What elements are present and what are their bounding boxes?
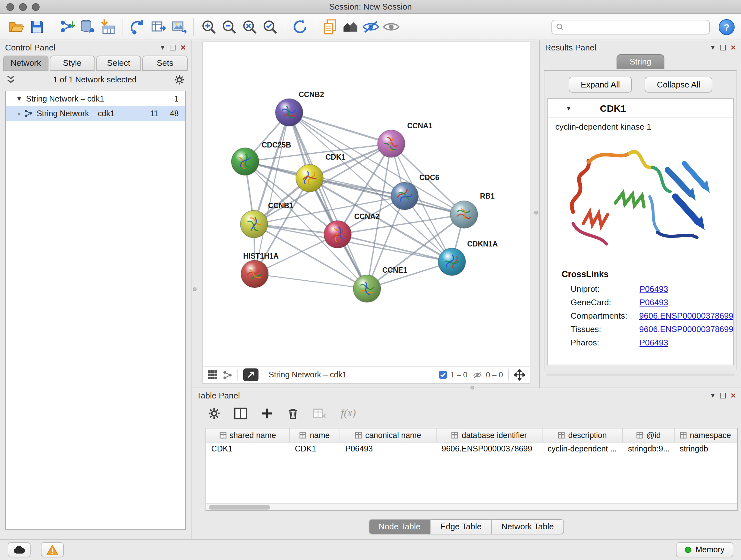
float-panel-icon[interactable]: [720, 44, 726, 50]
network-node-CDK1[interactable]: [296, 165, 323, 192]
export-table-button[interactable]: [148, 17, 169, 37]
table-row[interactable]: CDK1 CDK1 P06493 9606.ENSP00000378699 cy…: [206, 442, 737, 456]
function-builder-icon[interactable]: f(x): [341, 407, 356, 420]
collapse-all-button[interactable]: Collapse All: [645, 77, 713, 92]
network-edge-CCNB2-CCNE1[interactable]: [289, 112, 367, 289]
import-network-from-database-button[interactable]: [77, 17, 98, 37]
maximize-window-button[interactable]: [32, 3, 40, 11]
network-canvas[interactable]: CCNB2CCNA1CDC25BCDK1CDC6RB1CCNB1CCNA2CDK…: [202, 42, 530, 367]
bottom-splitter-handle[interactable]: [470, 386, 474, 389]
network-collection-row[interactable]: ▼ String Network – cdk1 1: [6, 91, 185, 106]
table-horizontal-scrollbar[interactable]: [206, 503, 737, 510]
tab-sets[interactable]: Sets: [143, 56, 188, 71]
show-columns-icon[interactable]: [234, 407, 247, 419]
close-panel-icon[interactable]: ×: [181, 43, 186, 52]
minimize-window-button[interactable]: [19, 3, 27, 11]
column-header[interactable]: name: [290, 428, 340, 442]
save-session-button[interactable]: [27, 17, 47, 37]
expand-all-button[interactable]: Expand All: [569, 77, 632, 92]
hide-selected-button[interactable]: [360, 17, 381, 37]
right-splitter-handle[interactable]: [534, 211, 538, 214]
network-node-RB1[interactable]: [450, 201, 478, 228]
memory-button[interactable]: Memory: [676, 542, 733, 557]
hidden-eye-icon[interactable]: [473, 371, 483, 379]
network-node-HIST1H1A[interactable]: [241, 260, 268, 288]
column-header[interactable]: @id: [623, 428, 675, 442]
import-network-from-file-button[interactable]: [57, 17, 77, 37]
crosslink-link[interactable]: P06493: [639, 284, 668, 294]
zoom-in-button[interactable]: [199, 17, 219, 37]
collapse-all-icon[interactable]: [6, 74, 15, 84]
tree-expand-icon[interactable]: ▼: [16, 95, 22, 102]
scrollbar-thumb[interactable]: [209, 505, 270, 509]
new-network-from-selection-button[interactable]: [128, 17, 148, 37]
grid-view-icon[interactable]: [207, 370, 218, 380]
search-input[interactable]: [567, 22, 705, 31]
panel-menu-icon[interactable]: ▾: [711, 391, 715, 400]
network-node-CCNA1[interactable]: [378, 130, 405, 158]
open-session-button[interactable]: [6, 17, 27, 37]
network-edge-CCNB2-RB1[interactable]: [289, 112, 464, 214]
left-splitter-handle[interactable]: [193, 287, 197, 291]
network-node-CCNA2[interactable]: [324, 221, 351, 248]
panel-menu-icon[interactable]: ▾: [711, 43, 715, 52]
column-header[interactable]: shared name: [206, 428, 290, 442]
copy-document-button[interactable]: [320, 17, 340, 37]
table-settings-gear-icon[interactable]: [208, 407, 220, 419]
gear-icon[interactable]: [174, 74, 185, 84]
crosslink-link[interactable]: 9606.ENSP00000378699: [639, 324, 733, 334]
selection-checkbox-icon[interactable]: [438, 370, 447, 379]
network-edge-HIST1H1A-CCNE1[interactable]: [255, 274, 367, 289]
tab-node-table[interactable]: Node Table: [368, 519, 430, 535]
network-node-CCNE1[interactable]: [353, 275, 381, 302]
tab-style[interactable]: Style: [50, 56, 95, 71]
float-panel-icon[interactable]: [720, 392, 726, 398]
search-icon: [556, 23, 564, 31]
zoom-out-button[interactable]: [219, 17, 239, 37]
birdseye-view-button[interactable]: [243, 368, 259, 381]
network-node-CDC6[interactable]: [391, 182, 418, 210]
network-node-CDC25B[interactable]: [231, 148, 259, 175]
column-header[interactable]: canonical name: [340, 428, 436, 442]
close-panel-icon[interactable]: ×: [731, 391, 736, 400]
network-row[interactable]: ● String Network – cdk1 11 48: [6, 106, 185, 121]
apply-layout-button[interactable]: [290, 17, 310, 37]
add-column-icon[interactable]: [261, 407, 273, 419]
network-node-CCNB1[interactable]: [240, 210, 268, 238]
export-image-button[interactable]: [169, 17, 189, 37]
tab-network-table[interactable]: Network Table: [492, 519, 564, 535]
tab-select[interactable]: Select: [96, 56, 141, 71]
show-hidden-button[interactable]: [381, 17, 401, 37]
network-node-CDKN1A[interactable]: [438, 248, 466, 275]
help-button[interactable]: ?: [719, 19, 735, 35]
panel-menu-icon[interactable]: ▾: [161, 43, 165, 52]
column-header[interactable]: description: [542, 428, 623, 442]
warnings-button[interactable]: [41, 542, 64, 557]
protein-card-header[interactable]: ▼ CDK1: [548, 99, 733, 118]
float-panel-icon[interactable]: [170, 44, 176, 50]
crosslink-label: Pharos:: [570, 338, 639, 348]
column-header[interactable]: database identifier: [436, 428, 542, 442]
delete-column-icon[interactable]: [287, 407, 299, 419]
crosslink-link[interactable]: P06493: [639, 338, 668, 348]
tab-network[interactable]: Network: [3, 56, 49, 71]
crosslink-link[interactable]: 9606.ENSP00000378699: [639, 311, 733, 320]
zoom-fit-button[interactable]: [239, 17, 260, 37]
tab-edge-table[interactable]: Edge Table: [431, 519, 492, 535]
close-panel-icon[interactable]: ×: [731, 43, 736, 52]
show-panels-button[interactable]: [340, 17, 360, 37]
import-table-button[interactable]: [98, 17, 118, 37]
cloud-status-button[interactable]: [8, 542, 30, 557]
results-scrollbar[interactable]: [546, 374, 735, 376]
network-view-icon[interactable]: [223, 370, 232, 380]
close-window-button[interactable]: [6, 3, 14, 11]
zoom-selected-button[interactable]: [260, 17, 280, 37]
column-header[interactable]: namespace: [675, 428, 736, 442]
crosslink-link[interactable]: P06493: [639, 298, 668, 307]
network-edge-CCNB2-HIST1H1A[interactable]: [255, 112, 289, 274]
pan-tool-icon[interactable]: [514, 369, 525, 381]
network-edge-CCNB2-CCNA1[interactable]: [289, 112, 391, 144]
tab-string[interactable]: String: [616, 54, 665, 69]
collapse-section-icon[interactable]: ▼: [565, 105, 572, 112]
network-node-CCNB2[interactable]: [275, 99, 303, 126]
